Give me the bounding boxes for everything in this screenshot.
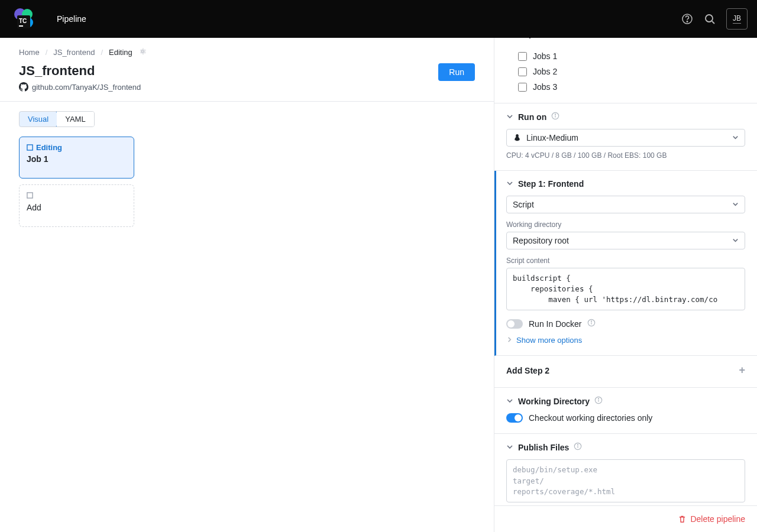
chevron-down-icon [506, 112, 513, 122]
chevron-down-icon [506, 179, 513, 189]
repo-link[interactable]: github.com/TanyaK/JS_frontend [19, 82, 141, 92]
dep-job-1[interactable]: Jobs 1 [506, 48, 745, 64]
square-icon [27, 144, 33, 151]
breadcrumb-current: Editing [109, 48, 132, 57]
step1-header[interactable]: Step 1: Frontend [506, 179, 745, 189]
dep-job-2[interactable]: Jobs 2 [506, 64, 745, 79]
checkout-label: Checkout working directories only [529, 413, 652, 423]
user-avatar[interactable]: JB [726, 8, 748, 30]
chevron-down-icon [732, 200, 739, 209]
svg-rect-5 [19, 25, 23, 27]
job-name: Job 1 [27, 154, 127, 164]
sc-label: Script content [506, 257, 745, 265]
gear-icon[interactable] [138, 47, 147, 57]
chevron-right-icon [506, 336, 513, 345]
plus-icon: + [739, 364, 745, 377]
chevron-down-icon [732, 133, 739, 142]
add-label: Add [27, 203, 127, 212]
info-icon[interactable] [551, 112, 559, 122]
tab-visual[interactable]: Visual [19, 111, 57, 127]
github-icon [19, 82, 28, 92]
search-icon[interactable] [704, 13, 716, 25]
left-pane: Home / JS_frontend / Editing JS_frontend… [0, 38, 494, 532]
help-icon[interactable] [681, 13, 693, 25]
svg-point-7 [687, 21, 687, 22]
svg-rect-10 [27, 145, 33, 150]
chevron-down-icon [506, 443, 513, 452]
script-content[interactable]: buildscript { repositories { maven { url… [506, 268, 745, 310]
trash-icon [678, 515, 687, 524]
editing-badge: Editing [27, 143, 127, 152]
breadcrumb: Home / JS_frontend / Editing [19, 47, 475, 57]
tab-yaml[interactable]: YAML [57, 112, 93, 126]
breadcrumb-project[interactable]: JS_frontend [53, 48, 95, 57]
dep-job-3[interactable]: Jobs 3 [506, 79, 745, 95]
breadcrumb-home[interactable]: Home [19, 48, 40, 57]
delete-pipeline-button[interactable]: Delete pipeline [678, 514, 745, 524]
nav-pipeline[interactable]: Pipeline [57, 14, 86, 24]
chevron-down-icon [506, 38, 513, 38]
info-icon[interactable] [594, 396, 603, 406]
checkout-toggle[interactable] [506, 413, 523, 423]
square-icon [27, 191, 127, 200]
page-title: JS_frontend [19, 63, 141, 79]
svg-rect-11 [27, 193, 33, 198]
chevron-down-icon [732, 236, 739, 245]
publish-files-input[interactable]: debug/bin/setup.exe target/ reports/cove… [506, 459, 745, 502]
run-on-specs: CPU: 4 vCPU / 8 GB / 100 GB / Root EBS: … [506, 151, 745, 160]
docker-toggle[interactable] [506, 319, 523, 329]
working-dir-header[interactable]: Working Directory [506, 396, 745, 406]
info-icon[interactable] [587, 319, 596, 329]
right-pane: Dependencies Jobs 1 Jobs 2 Jobs 3 Run on… [494, 38, 757, 532]
svg-line-9 [712, 21, 714, 24]
publish-header[interactable]: Publish Files [506, 442, 745, 452]
app-logo[interactable]: TC [9, 5, 38, 33]
svg-point-8 [706, 15, 713, 22]
info-icon[interactable] [574, 442, 582, 452]
wd-select[interactable]: Repository root [506, 232, 745, 249]
svg-point-20 [599, 398, 599, 399]
wd-label: Working directory [506, 220, 745, 229]
step-type-select[interactable]: Script [506, 196, 745, 213]
svg-text:TC: TC [19, 18, 27, 24]
docker-label: Run In Docker [529, 319, 581, 329]
run-button[interactable]: Run [438, 63, 475, 81]
run-on-header[interactable]: Run on [506, 112, 745, 122]
job-card-1[interactable]: Editing Job 1 [19, 137, 134, 179]
add-step-button[interactable]: Add Step 2 + [506, 364, 745, 377]
chevron-down-icon [506, 397, 513, 406]
svg-point-14 [555, 114, 556, 115]
show-more-options[interactable]: Show more options [506, 336, 745, 345]
avatar-initials: JB [733, 14, 741, 24]
app-header: TC Pipeline JB [0, 0, 757, 38]
svg-point-23 [578, 445, 578, 445]
run-on-select[interactable]: Linux-Medium [506, 129, 745, 147]
view-toggle: Visual YAML [19, 111, 95, 127]
add-job-card[interactable]: Add [19, 184, 134, 227]
repo-url: github.com/TanyaK/JS_frontend [32, 83, 141, 92]
linux-icon [513, 134, 522, 142]
svg-point-17 [591, 321, 592, 322]
dependencies-title: Dependencies [518, 38, 574, 38]
